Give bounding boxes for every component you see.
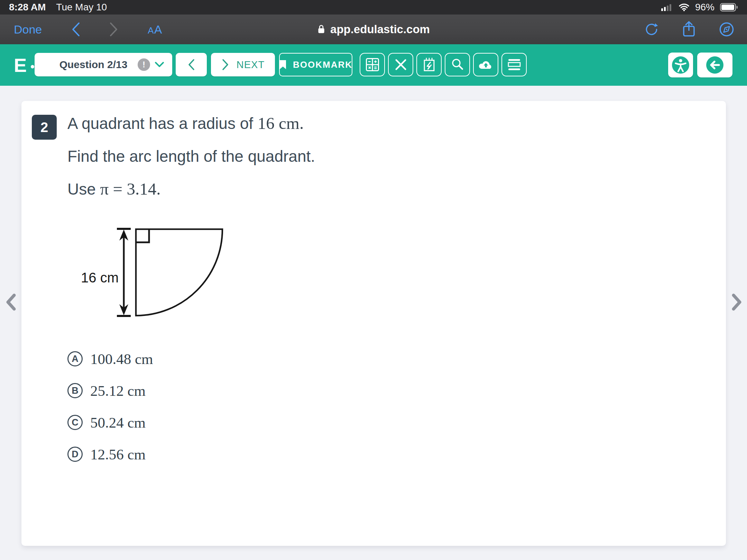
- status-time: 8:28 AM: [9, 2, 46, 13]
- question-card: 2 A quadrant has a radius of 16 cm. Find…: [21, 101, 726, 546]
- scratchpad-button[interactable]: [416, 53, 442, 76]
- screen: 8:28 AM Tue May 10 96%: [0, 0, 747, 560]
- prompt-math: 16 cm.: [258, 114, 304, 133]
- option-a-radio: A: [67, 351, 83, 366]
- question-prompt-line3: Use π = 3.14.: [67, 179, 160, 199]
- accessibility-icon: [672, 56, 690, 74]
- warning-icon: !: [138, 58, 150, 71]
- question-number-badge: 2: [32, 115, 57, 140]
- prompt-math: π = 3.14.: [100, 179, 161, 198]
- page-left-chevron[interactable]: [5, 293, 17, 311]
- option-d-row[interactable]: D 12.56 cm: [67, 447, 153, 462]
- question-selector-dropdown[interactable]: Question 2/13 !: [35, 53, 172, 76]
- magnifier-icon: [450, 57, 465, 72]
- content-area: 2 A quadrant has a radius of 16 cm. Find…: [0, 86, 747, 560]
- wifi-icon: [679, 3, 690, 11]
- page-right-chevron[interactable]: [731, 293, 743, 311]
- accessibility-button[interactable]: [668, 53, 693, 77]
- next-question-button[interactable]: NEXT: [211, 53, 275, 76]
- option-b-value: 25.12 cm: [90, 382, 146, 399]
- upload-button[interactable]: [473, 53, 498, 76]
- chevron-down-icon: [154, 61, 165, 68]
- ios-status-bar: 8:28 AM Tue May 10 96%: [0, 0, 747, 15]
- figure-radius-label: 16 cm: [81, 270, 119, 285]
- option-c-row[interactable]: C 50.24 cm: [67, 415, 153, 430]
- cellular-signal-icon: [661, 3, 673, 11]
- magnifier-button[interactable]: [445, 53, 470, 76]
- edulastic-toolbar: E Question 2/13 ! NE: [0, 44, 747, 86]
- compass-icon[interactable]: [719, 21, 735, 37]
- quadrant-figure: 16 cm: [81, 225, 227, 319]
- safari-toolbar: Done AA app.edulastic.com: [0, 15, 747, 44]
- logo-letter: E: [14, 54, 27, 76]
- battery-icon: [720, 3, 738, 11]
- previous-question-button[interactable]: [176, 53, 207, 76]
- option-d-radio: D: [67, 447, 83, 462]
- option-a-value: 100.48 cm: [90, 351, 153, 367]
- next-button-label: NEXT: [237, 59, 265, 71]
- answer-masking-button[interactable]: [501, 53, 527, 76]
- prompt-text: A quadrant has a radius of: [67, 114, 258, 132]
- question-selector-label: Question 2/13: [49, 59, 138, 71]
- next-chevron-icon: [221, 58, 229, 71]
- status-date: Tue May 10: [56, 2, 107, 13]
- logo-dot-icon: [31, 65, 34, 68]
- bookmark-button[interactable]: BOOKMARK: [279, 53, 352, 76]
- option-b-row[interactable]: B 25.12 cm: [67, 383, 153, 398]
- option-b-radio: B: [67, 383, 83, 398]
- calculator-icon: [365, 57, 380, 72]
- prev-chevron-icon: [187, 58, 195, 71]
- bookmark-button-label: BOOKMARK: [293, 59, 352, 70]
- bookmark-icon: [279, 59, 287, 70]
- option-c-radio: C: [67, 415, 83, 430]
- refresh-icon[interactable]: [644, 22, 659, 37]
- question-prompt-line1: A quadrant has a radius of 16 cm.: [67, 113, 304, 133]
- scratchpad-icon: [422, 57, 436, 72]
- close-icon: [394, 58, 408, 72]
- edulastic-logo: E: [14, 54, 34, 76]
- question-prompt-line2: Find the arc length of the quadrant.: [67, 147, 315, 166]
- cloud-upload-icon: [478, 59, 494, 71]
- prompt-text: Use: [67, 180, 100, 198]
- lock-icon: [317, 24, 325, 35]
- answer-options: A 100.48 cm B 25.12 cm C 50.24 cm D 12.5…: [67, 351, 153, 462]
- calculator-button[interactable]: [360, 53, 385, 76]
- option-a-row[interactable]: A 100.48 cm: [67, 351, 153, 366]
- address-bar[interactable]: app.edulastic.com: [0, 23, 747, 36]
- option-c-value: 50.24 cm: [90, 414, 146, 431]
- option-d-value: 12.56 cm: [90, 446, 146, 463]
- url-text: app.edulastic.com: [330, 23, 430, 36]
- close-button[interactable]: [388, 53, 413, 76]
- exit-button[interactable]: [697, 53, 732, 77]
- answer-masking-icon: [507, 58, 522, 71]
- share-icon[interactable]: [681, 21, 697, 38]
- battery-percent: 96%: [695, 2, 714, 13]
- exit-arrow-icon: [706, 56, 724, 74]
